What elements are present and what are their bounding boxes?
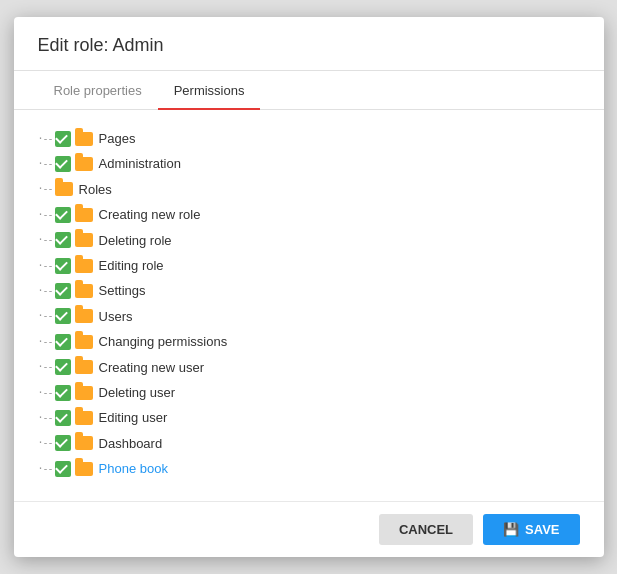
label-creating-new-user: Creating new user	[99, 356, 205, 379]
label-pages: Pages	[99, 127, 136, 150]
label-editing-user: Editing user	[99, 406, 168, 429]
checkbox-users[interactable]	[55, 308, 71, 324]
checkbox-deleting-role[interactable]	[55, 232, 71, 248]
label-creating-new-role: Creating new role	[99, 203, 201, 226]
label-administration: Administration	[99, 152, 181, 175]
tree-row-editing-user: ·-- Editing user	[38, 405, 580, 430]
folder-icon-deleting-role	[75, 233, 93, 247]
tree-row-users: ·-- Users	[38, 304, 580, 329]
checkbox-editing-user[interactable]	[55, 410, 71, 426]
checkbox-dashboard[interactable]	[55, 435, 71, 451]
tree-row-changing-permissions: ·-- Changing permissions	[38, 329, 580, 354]
checkbox-creating-new-user[interactable]	[55, 359, 71, 375]
tree-row-deleting-user: ·-- Deleting user	[38, 380, 580, 405]
cancel-button[interactable]: CANCEL	[379, 514, 473, 545]
folder-icon-editing-user	[75, 411, 93, 425]
label-roles: Roles	[79, 178, 112, 201]
tree-row-creating-new-role: ·-- Creating new role	[38, 202, 580, 227]
label-phone-book: Phone book	[99, 457, 168, 480]
folder-icon-deleting-user	[75, 386, 93, 400]
tab-role-properties[interactable]: Role properties	[38, 71, 158, 110]
save-icon: 💾	[503, 522, 519, 537]
save-label: SAVE	[525, 522, 559, 537]
checkbox-phone-book[interactable]	[55, 461, 71, 477]
tree-row-editing-role: ·-- Editing role	[38, 253, 580, 278]
label-editing-role: Editing role	[99, 254, 164, 277]
tree-row-settings: ·-- Settings	[38, 278, 580, 303]
folder-icon-settings	[75, 284, 93, 298]
checkbox-settings[interactable]	[55, 283, 71, 299]
checkbox-changing-permissions[interactable]	[55, 334, 71, 350]
tree-row-roles: ·-- Roles	[38, 177, 580, 202]
label-deleting-user: Deleting user	[99, 381, 176, 404]
label-users: Users	[99, 305, 133, 328]
folder-icon-phone-book	[75, 462, 93, 476]
tab-permissions[interactable]: Permissions	[158, 71, 261, 110]
folder-icon-roles	[55, 182, 73, 196]
dialog-footer: CANCEL 💾 SAVE	[14, 501, 604, 557]
label-deleting-role: Deleting role	[99, 229, 172, 252]
label-changing-permissions: Changing permissions	[99, 330, 228, 353]
checkbox-deleting-user[interactable]	[55, 385, 71, 401]
checkbox-editing-role[interactable]	[55, 258, 71, 274]
folder-icon-pages	[75, 132, 93, 146]
tree-row-deleting-role: ·-- Deleting role	[38, 228, 580, 253]
dialog-title: Edit role: Admin	[38, 35, 580, 56]
tree-row-dashboard: ·-- Dashboard	[38, 431, 580, 456]
save-button[interactable]: 💾 SAVE	[483, 514, 579, 545]
tree-row-administration: ·-- Administration	[38, 151, 580, 176]
tree-row-phone-book: ·-- Phone book	[38, 456, 580, 481]
folder-icon-users	[75, 309, 93, 323]
folder-icon-administration	[75, 157, 93, 171]
folder-icon-creating-new-user	[75, 360, 93, 374]
permissions-tree: ·-- Pages ·-- Administration ·-- Roles ·…	[38, 126, 580, 481]
checkbox-creating-new-role[interactable]	[55, 207, 71, 223]
checkbox-pages[interactable]	[55, 131, 71, 147]
folder-icon-editing-role	[75, 259, 93, 273]
folder-icon-changing-permissions	[75, 335, 93, 349]
dialog-header: Edit role: Admin	[14, 17, 604, 71]
checkbox-administration[interactable]	[55, 156, 71, 172]
tabs-container: Role properties Permissions	[14, 71, 604, 110]
tree-row-creating-new-user: ·-- Creating new user	[38, 355, 580, 380]
label-dashboard: Dashboard	[99, 432, 163, 455]
folder-icon-dashboard	[75, 436, 93, 450]
folder-icon-creating-new-role	[75, 208, 93, 222]
label-settings: Settings	[99, 279, 146, 302]
tree-row-pages: ·-- Pages	[38, 126, 580, 151]
permissions-tree-container: ·-- Pages ·-- Administration ·-- Roles ·…	[14, 110, 604, 501]
edit-role-dialog: Edit role: Admin Role properties Permiss…	[14, 17, 604, 557]
